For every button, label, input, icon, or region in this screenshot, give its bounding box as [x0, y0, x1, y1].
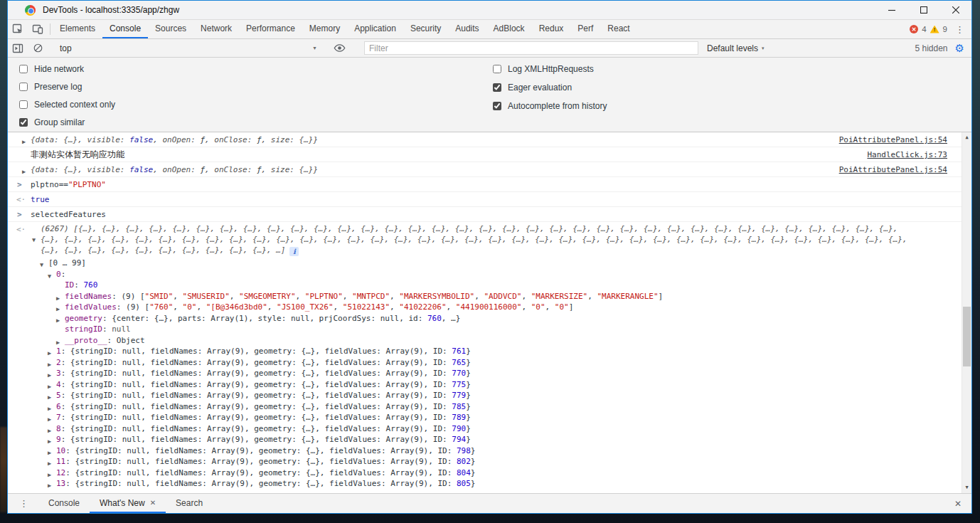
tab-security[interactable]: Security: [403, 20, 448, 38]
text-segment: }: [471, 457, 476, 466]
clear-console-icon[interactable]: [28, 43, 48, 53]
text-segment: ,: [390, 292, 399, 301]
filter-input[interactable]: [364, 41, 698, 55]
drawer-menu-icon[interactable]: ⋮: [8, 494, 38, 513]
setting-preserve-log[interactable]: Preserve log: [19, 78, 493, 95]
checkbox-selected-context-only[interactable]: [19, 100, 28, 109]
maximize-button[interactable]: [907, 1, 939, 19]
tab-elements[interactable]: Elements: [53, 20, 102, 38]
text-segment: "MNTPCD": [352, 292, 390, 301]
live-expression-eye-icon[interactable]: [329, 42, 349, 54]
array-item-row: ▶6: {stringID: null, fieldNames: Array(9…: [8, 401, 956, 413]
context-selector[interactable]: top ▼: [53, 43, 324, 53]
source-link[interactable]: PoiAttributePanel.js:54: [839, 164, 947, 175]
disclosure-triangle-icon[interactable]: ▶: [22, 137, 26, 147]
array-item-row: ▶4: {stringID: null, fieldNames: Array(9…: [8, 379, 956, 391]
text-segment: "JS100_TX26": [277, 302, 333, 312]
array-item-row: ▶12: {stringID: null, fieldNames: Array(…: [8, 467, 956, 479]
text-segment: Object: [117, 336, 145, 345]
text-segment: "MARKERSIZE": [531, 292, 587, 301]
device-toolbar-icon[interactable]: [28, 20, 48, 38]
disclosure-triangle-icon[interactable]: ▼: [32, 235, 36, 245]
array-item-row: ▶13: {stringID: null, fieldNames: Array(…: [8, 478, 956, 490]
console-entry-object-log: ▶{data: {…}, visible: false, onOpen: ƒ, …: [8, 132, 962, 147]
text-segment: 8: [56, 424, 61, 433]
window-controls: [875, 1, 971, 19]
close-button[interactable]: [939, 1, 971, 19]
tab-network[interactable]: Network: [193, 20, 239, 38]
array-item-row: ▶9: {stringID: null, fieldNames: Array(9…: [8, 434, 956, 445]
console-sidebar-icon[interactable]: [8, 43, 28, 54]
text-segment: "[B@346d3bd0": [206, 302, 267, 312]
checkbox-hide-network[interactable]: [19, 65, 28, 73]
tab-adblock[interactable]: AdBlock: [486, 20, 532, 38]
tab-console[interactable]: Console: [102, 20, 148, 38]
tab-redux[interactable]: Redux: [532, 20, 571, 38]
setting-eager-evaluation[interactable]: Eager evaluation: [493, 78, 607, 97]
setting-selected-context-only[interactable]: Selected context only: [19, 96, 493, 114]
text-segment: ,: [521, 292, 531, 301]
vertical-scrollbar[interactable]: ▲ ▼: [962, 132, 971, 493]
disclosure-triangle-icon[interactable]: ▶: [22, 167, 26, 177]
setting-autocomplete-from-history[interactable]: Autocomplete from history: [493, 97, 607, 115]
error-count: 4: [922, 25, 926, 33]
minimize-button[interactable]: [875, 1, 907, 19]
setting-group-similar[interactable]: Group similar: [19, 114, 493, 132]
drawer-close-icon[interactable]: ✕: [944, 494, 971, 513]
log-levels-dropdown[interactable]: Default levels ▾: [698, 43, 773, 53]
console-message-list: ▶{data: {…}, visible: false, onOpen: ƒ, …: [8, 132, 962, 493]
chevron-down-icon: ▾: [762, 46, 765, 51]
checkbox-eager-evaluation[interactable]: [493, 83, 501, 92]
text-segment: }: [466, 347, 471, 356]
scrollbar-thumb[interactable]: [963, 307, 971, 366]
text-segment: stringID: [65, 324, 102, 334]
tab-memory[interactable]: Memory: [302, 20, 347, 38]
text-segment: ,: [390, 302, 399, 312]
text-segment: 10: [56, 446, 65, 455]
disclosure-triangle-icon[interactable]: ▶: [48, 480, 51, 492]
tab-react[interactable]: React: [600, 20, 637, 38]
text-segment: }: [466, 369, 471, 378]
drawer-tab-console[interactable]: Console: [38, 494, 90, 513]
tab-performance[interactable]: Performance: [239, 20, 302, 38]
checkbox-preserve-log[interactable]: [19, 83, 28, 91]
object-prop-row: stringID: null: [8, 324, 956, 335]
text-segment: __proto__: [65, 336, 107, 345]
tab-perf[interactable]: Perf: [570, 20, 600, 38]
checkbox-log-xmlhttprequests[interactable]: [493, 65, 501, 73]
text-segment: "0": [531, 302, 545, 312]
source-link[interactable]: HandleClick.js:73: [867, 149, 947, 160]
tab-audits[interactable]: Audits: [448, 20, 486, 38]
console-toolbar: top ▼ Default levels ▾ 5 hidden ⚙: [8, 39, 971, 58]
text-segment: , size: {…}}: [262, 135, 318, 144]
devtools-menu-icon[interactable]: ⋮: [951, 24, 969, 35]
text-segment: 770: [452, 369, 466, 378]
text-segment: : {stringID: null, fieldNames: Array(9),…: [61, 413, 452, 422]
text-segment: : {stringID: null, fieldNames: Array(9),…: [61, 380, 452, 389]
text-segment: : {stringID: null, fieldNames: Array(9),…: [61, 402, 452, 411]
text-segment: fieldNames: [65, 292, 112, 301]
text-segment: 9: [56, 435, 61, 444]
info-icon[interactable]: i: [289, 247, 299, 256]
text-segment: , size: {…}}: [262, 165, 318, 174]
drawer-tab-what-s-new[interactable]: What's New✕: [90, 494, 166, 513]
checkbox-group-similar[interactable]: [19, 118, 28, 127]
checkbox-autocomplete-from-history[interactable]: [493, 102, 501, 110]
text-segment: }: [466, 391, 471, 400]
inspect-element-icon[interactable]: [8, 20, 28, 38]
status-badges: ✕ 4 ! 9 ⋮: [910, 20, 971, 38]
text-segment: 794: [452, 435, 466, 444]
text-segment: "PLPTNO": [305, 292, 343, 301]
console-settings-gear-icon[interactable]: ⚙: [955, 42, 971, 55]
scroll-down-icon[interactable]: ▼: [962, 485, 971, 490]
drawer-tab-search[interactable]: Search: [166, 494, 213, 513]
tab-application[interactable]: Application: [347, 20, 403, 38]
tab-sources[interactable]: Sources: [148, 20, 193, 38]
array-item-row: ▶7: {stringID: null, fieldNames: Array(9…: [8, 412, 956, 423]
setting-log-xmlhttprequests[interactable]: Log XMLHttpRequests: [493, 60, 607, 78]
close-tab-icon[interactable]: ✕: [150, 499, 156, 507]
setting-hide-network[interactable]: Hide network: [19, 60, 493, 78]
devtools-tabbar: ElementsConsoleSourcesNetworkPerformance…: [8, 20, 971, 39]
source-link[interactable]: PoiAttributePanel.js:54: [839, 134, 947, 145]
scroll-up-icon[interactable]: ▲: [962, 134, 971, 140]
